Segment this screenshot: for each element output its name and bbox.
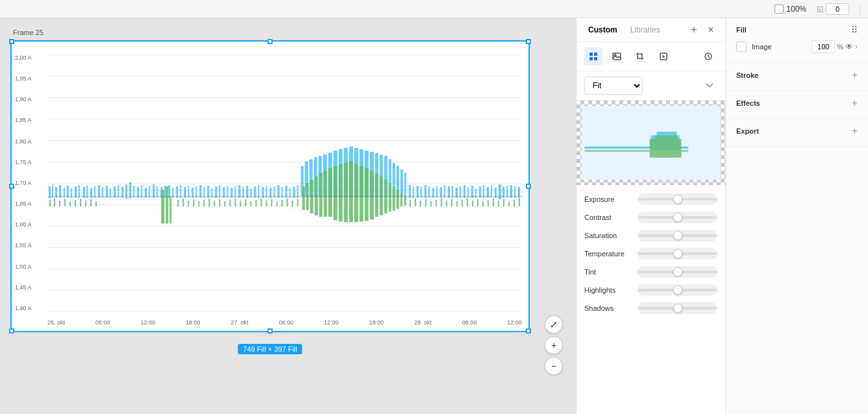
svg-rect-50 (238, 185, 240, 198)
dimension-label: 749 Fill × 397 Fill (238, 344, 302, 354)
svg-rect-119 (54, 199, 55, 207)
svg-rect-128 (161, 189, 164, 223)
svg-rect-91 (417, 186, 419, 198)
svg-rect-176 (401, 193, 403, 207)
svg-rect-136 (203, 200, 205, 206)
fill-options-icon[interactable]: ⠿ (851, 25, 858, 35)
svg-rect-62 (286, 186, 288, 198)
svg-rect-112 (499, 184, 501, 199)
svg-marker-208 (663, 55, 665, 58)
svg-rect-173 (389, 183, 391, 212)
svg-rect-60 (277, 185, 279, 198)
svg-rect-166 (354, 164, 358, 223)
svg-rect-150 (276, 201, 277, 206)
export-section-header: Export + (736, 125, 858, 137)
svg-rect-135 (198, 201, 199, 206)
svg-rect-22 (129, 182, 131, 199)
svg-rect-184 (441, 199, 442, 207)
svg-rect-204 (594, 57, 597, 60)
svg-rect-130 (169, 197, 171, 224)
tab-custom[interactable]: Custom (584, 23, 621, 36)
highlights-slider[interactable] (638, 284, 717, 296)
fit-reset-button[interactable] (702, 78, 717, 93)
more-icon[interactable]: › (855, 42, 858, 51)
grid-view-button[interactable] (584, 47, 602, 66)
saturation-slider[interactable] (638, 230, 717, 241)
svg-rect-131 (177, 200, 179, 206)
effects-section-header: Effects + (736, 97, 858, 109)
svg-rect-178 (410, 200, 411, 206)
contrast-label: Contrast (584, 213, 631, 221)
svg-rect-118 (49, 200, 51, 206)
svg-rect-55 (258, 185, 259, 198)
x-label: 27. okt (230, 319, 248, 326)
stroke-add-button[interactable]: + (852, 69, 858, 81)
close-button[interactable]: × (704, 23, 717, 36)
play-button[interactable] (654, 47, 673, 66)
main-layout: Frame 25 2,00 A 1,95 A 1,90 A 1,85 A (0, 18, 868, 414)
y-label: 1,50 A (15, 263, 32, 270)
svg-rect-122 (69, 201, 71, 206)
svg-rect-149 (271, 199, 272, 206)
fill-item: Image % 👁 › (736, 38, 858, 56)
fill-color-swatch[interactable] (736, 42, 747, 52)
svg-rect-148 (266, 201, 267, 206)
shadows-row: Shadows (577, 299, 725, 317)
stroke-title: Stroke (736, 71, 758, 79)
fit-zoom-button[interactable]: ⤢ (545, 315, 563, 334)
svg-rect-87 (401, 169, 403, 197)
zoom-in-button[interactable]: + (545, 336, 563, 354)
y-label: 1,40 A (15, 305, 32, 311)
crop-button[interactable] (631, 47, 649, 66)
add-button[interactable]: + (688, 23, 701, 36)
svg-rect-120 (59, 201, 60, 206)
export-add-button[interactable]: + (852, 125, 858, 137)
x-label: 18:00 (186, 319, 201, 326)
svg-rect-35 (180, 185, 181, 198)
svg-rect-103 (464, 185, 465, 198)
svg-rect-144 (245, 199, 246, 206)
svg-rect-190 (472, 201, 473, 206)
corner-radius-input[interactable] (826, 3, 849, 15)
svg-rect-195 (498, 201, 499, 206)
svg-rect-151 (281, 200, 282, 206)
frame-container[interactable]: 2,00 A 1,95 A 1,90 A 1,85 A 1,80 A 1,75 … (10, 40, 530, 332)
svg-rect-45 (219, 185, 220, 198)
x-label: 12:00 (140, 319, 155, 326)
highlights-row: Highlights (577, 281, 725, 299)
zoom-out-icon: − (551, 361, 556, 371)
effects-title: Effects (736, 99, 760, 107)
fill-opacity-input[interactable] (812, 40, 835, 53)
image-view-button[interactable] (608, 47, 626, 66)
opacity-checkbox[interactable] (775, 5, 784, 14)
reset-button[interactable] (699, 47, 717, 66)
fit-row: Fit Fill Crop Tile Stretch (577, 71, 725, 101)
zoom-out-button[interactable]: − (545, 357, 563, 375)
y-label: 1,45 A (15, 284, 32, 291)
shadows-slider[interactable] (638, 302, 717, 314)
chart-svg (47, 55, 522, 311)
svg-rect-2 (52, 184, 53, 198)
tab-libraries[interactable]: Libraries (626, 23, 664, 36)
exposure-slider[interactable] (638, 193, 717, 205)
svg-rect-199 (519, 199, 520, 207)
svg-rect-89 (409, 185, 411, 198)
effects-add-button[interactable]: + (852, 97, 858, 109)
svg-rect-167 (360, 166, 364, 221)
temperature-slider[interactable] (638, 248, 717, 260)
svg-rect-13 (94, 186, 95, 198)
x-label: 06:00 (279, 319, 293, 326)
highlights-label: Highlights (584, 286, 631, 294)
contrast-slider[interactable] (638, 212, 717, 223)
opacity-control: 100% (775, 5, 806, 14)
svg-rect-188 (462, 200, 463, 206)
visibility-icon[interactable]: 👁 (845, 42, 853, 51)
svg-rect-16 (106, 186, 108, 198)
tint-slider[interactable] (638, 266, 717, 278)
svg-rect-88 (404, 173, 406, 196)
svg-rect-99 (448, 186, 450, 198)
fit-select[interactable]: Fit Fill Crop Tile Stretch (584, 77, 643, 95)
svg-rect-47 (227, 186, 228, 198)
fill-opacity-row: % 👁 › (812, 40, 858, 53)
svg-rect-140 (224, 201, 225, 206)
